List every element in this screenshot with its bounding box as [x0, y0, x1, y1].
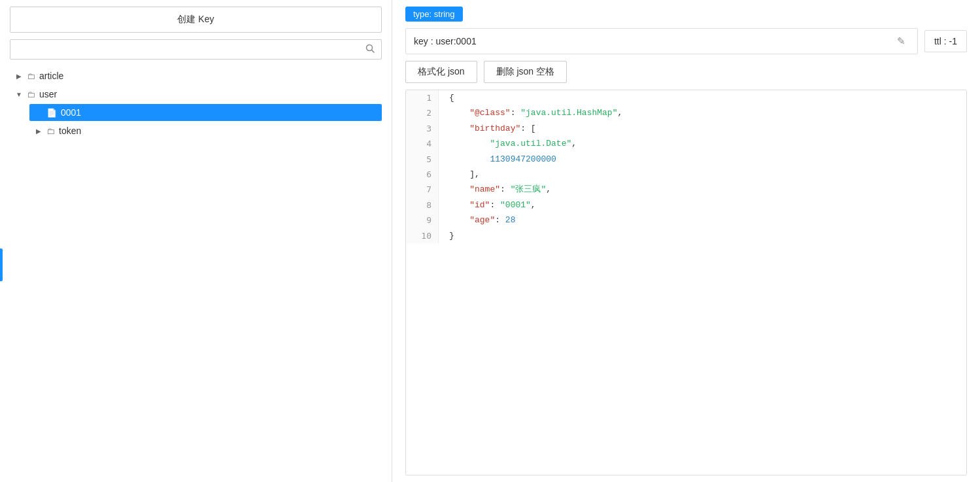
code-line: 2 "@class": "java.util.HashMap", [406, 105, 966, 120]
line-content: "birthday": [ [439, 121, 547, 136]
key-tree: ▶ 🗀 article ▼ 🗀 user ▶ 📄 [10, 66, 382, 141]
code-editor[interactable]: 1{2 "@class": "java.util.HashMap",3 "bir… [405, 90, 967, 475]
line-content: "id": "0001", [439, 198, 547, 213]
left-accent [0, 249, 3, 281]
chevron-article: ▶ [15, 73, 23, 80]
tree-row-article[interactable]: ▶ 🗀 article [10, 67, 382, 84]
action-buttons: 格式化 json 删除 json 空格 [405, 61, 967, 83]
code-line: 7 "name": "张三疯", [406, 182, 966, 197]
line-number: 7 [406, 182, 439, 197]
search-icon [365, 44, 375, 53]
create-key-button[interactable]: 创建 Key [10, 7, 382, 33]
line-content: 1130947200000 [439, 152, 567, 167]
line-content: { [439, 90, 465, 105]
tree-item-user: ▼ 🗀 user ▶ 📄 0001 [10, 86, 382, 121]
code-line: 5 1130947200000 [406, 152, 966, 167]
tree-item-0001: ▶ 📄 0001 [29, 104, 382, 121]
line-number: 1 [406, 90, 439, 105]
svg-line-1 [372, 50, 375, 53]
tree-item-article: ▶ 🗀 article [10, 67, 382, 84]
edit-icon[interactable]: ✎ [893, 34, 909, 48]
line-number: 9 [406, 213, 439, 228]
key-row: key : user:0001 ✎ [405, 28, 918, 54]
tree-row-token[interactable]: ▶ 🗀 token [29, 122, 382, 139]
code-line: 6 ], [406, 167, 966, 182]
code-line: 10} [406, 228, 966, 243]
format-json-button[interactable]: 格式化 json [405, 61, 477, 83]
ttl-text: ttl : -1 [924, 30, 967, 52]
line-number: 5 [406, 152, 439, 167]
line-number: 6 [406, 167, 439, 182]
line-content: "name": "张三疯", [439, 182, 562, 197]
folder-icon-user: 🗀 [27, 90, 35, 99]
folder-icon-article: 🗀 [27, 71, 35, 81]
line-number: 4 [406, 136, 439, 151]
search-button[interactable] [359, 40, 381, 59]
chevron-user: ▼ [15, 91, 23, 98]
line-content: } [439, 228, 465, 243]
line-number: 3 [406, 121, 439, 136]
line-content: ], [439, 167, 490, 182]
code-line: 3 "birthday": [ [406, 121, 966, 136]
folder-icon-token: 🗀 [46, 126, 55, 136]
line-number: 8 [406, 198, 439, 213]
tree-label-article: article [39, 71, 63, 81]
key-text: key : user:0001 [414, 36, 887, 46]
code-line: 8 "id": "0001", [406, 198, 966, 213]
tree-label-user: user [39, 89, 57, 99]
remove-space-button[interactable]: 删除 json 空格 [484, 61, 567, 83]
tree-item-token: ▶ 🗀 token [10, 122, 382, 139]
line-content: "age": 28 [439, 213, 526, 228]
line-content: "@class": "java.util.HashMap", [439, 105, 633, 120]
left-panel: 创建 Key ▶ 🗀 article [0, 0, 392, 482]
code-line: 4 "java.util.Date", [406, 136, 966, 151]
right-panel: type: string key : user:0001 ✎ ttl : -1 … [392, 0, 980, 482]
tree-row-user[interactable]: ▼ 🗀 user [10, 86, 382, 103]
tree-label-token: token [59, 126, 81, 136]
chevron-token: ▶ [35, 128, 42, 135]
code-line: 9 "age": 28 [406, 213, 966, 228]
tree-row-0001[interactable]: ▶ 📄 0001 [29, 104, 382, 121]
code-line: 1{ [406, 90, 966, 105]
file-icon-0001: 📄 [46, 108, 57, 118]
search-input[interactable] [10, 41, 359, 59]
line-number: 10 [406, 228, 439, 243]
line-content: "java.util.Date", [439, 136, 587, 151]
subtree-user: ▶ 📄 0001 [10, 104, 382, 121]
tree-label-0001: 0001 [61, 107, 81, 118]
search-bar [10, 39, 382, 60]
type-badge: type: string [405, 7, 463, 22]
line-number: 2 [406, 105, 439, 120]
